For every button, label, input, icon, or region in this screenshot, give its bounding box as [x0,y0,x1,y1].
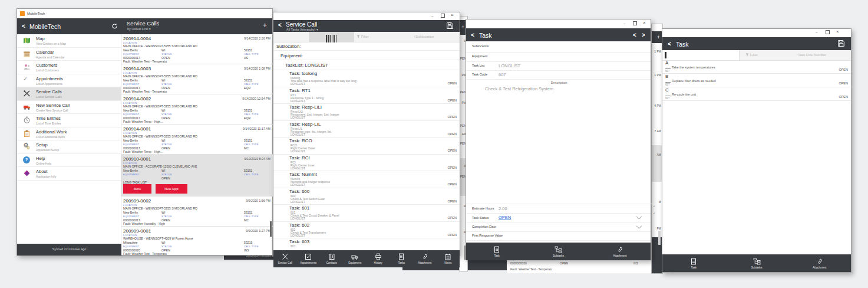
close-button[interactable]: × [451,14,454,17]
save-icon[interactable] [837,40,845,47]
toolbar-item-equipment[interactable]: Equipment [344,253,367,264]
panel-sort-selector[interactable]: by Oldest First ▾ [127,27,151,31]
task-row[interactable]: Task: RCI RCI Right Center Inner LONGLIS… [273,155,460,172]
toolbar-item-attachment[interactable]: Attachment [589,246,651,257]
service-call-row[interactable]: 200909-0001 9/9/2020 1:27 PM LOCATION WA… [121,227,273,256]
maximize-button[interactable] [441,14,445,18]
toolbar-item-appointments[interactable]: Appointments [297,253,321,264]
save-icon[interactable] [446,22,454,30]
task-row[interactable]: Task: NumInt NumInt Numeric and Integer … [273,171,460,188]
maximize-button[interactable] [826,30,830,34]
add-icon[interactable]: + [461,24,464,30]
barcode-segment[interactable] [309,32,354,42]
nav-next-icon[interactable]: > [642,32,645,38]
add-icon[interactable]: + [657,34,660,40]
service-call-row[interactable]: 200914-0001 9/14/2020 11:17 AM LOCATION … [121,125,273,155]
field-task-code[interactable]: Task Code 607 [466,70,651,80]
sidebar-item-customers[interactable]: Customers List of Customers [17,61,121,74]
field-first-response[interactable]: First Response Value [466,231,651,241]
new-appt-button[interactable]: New Appt [156,184,187,194]
hierarchy-row-sublocation[interactable]: Sublocation: [273,42,460,51]
sidebar-item-calendar[interactable]: Calendar Agenda and Calendar [17,48,121,61]
task-row[interactable]: Task: RT1 RT1 Response Type 1 - String L… [273,87,460,104]
task-status-link[interactable]: OPEN [499,215,511,220]
field-equipment[interactable]: Equipment [466,52,651,62]
close-button[interactable]: × [836,30,839,34]
window-titlebar[interactable]: – × [466,19,651,28]
field-task-list[interactable]: Task List LONGLIST [466,61,651,71]
task-row[interactable]: Task: Resp-LIL Resp-LIL Response type: l… [273,121,460,138]
scrollbar-thumb[interactable] [658,231,661,245]
subtask-row[interactable]: C Re-cycle the unit 607 OPEN [662,87,851,101]
field-estimate-hours[interactable]: Estimate Hours 2.00 [466,204,651,214]
maximize-button[interactable] [633,21,637,25]
field-sublocation[interactable]: Sublocation [466,41,651,53]
service-call-row[interactable]: 200909-0002 9/9/2020 1:56 PM LOCATION MA… [121,197,273,227]
task-row[interactable]: Task: 601 601 Check & Test Circuit Break… [273,205,460,222]
task-row[interactable]: Task: 603 603 [273,238,460,250]
toolbar-item-task[interactable]: Task [662,258,725,269]
filter-button[interactable]: Filter [357,35,369,38]
sort-button[interactable]: ↑Task Line Number [796,53,826,57]
field-description[interactable]: Description Check & Test Refrigeration S… [466,79,652,204]
close-button[interactable]: × [643,21,646,25]
task-row[interactable]: Task: RCO RCO Right Center Outer LONGLIS… [273,138,460,155]
minimize-button[interactable]: – [816,31,817,34]
view-selector[interactable]: All Tasks (hierarchy) ▾ [286,28,318,31]
more-button[interactable]: More [123,184,151,194]
back-chevron-icon[interactable]: < [668,40,671,47]
subtask-row[interactable]: A Take the system temperatures 607 OPEN [662,60,851,74]
toolbar-item-notes[interactable]: Notes [437,253,460,264]
nav-prev-icon[interactable]: < [633,32,636,38]
window-titlebar[interactable]: – × [273,12,460,20]
add-service-call-icon[interactable]: + [263,21,267,30]
service-call-row[interactable]: 200914-0002 9/14/2020 12:54 PM LOCATION … [121,94,273,125]
sidebar-item-time-entries[interactable]: Time Entries List of Time Entries [17,114,121,127]
hierarchy-row-equipment[interactable]: Equipment: [273,51,460,60]
subtask-row[interactable]: B Replace filter driers as needed 607 OP… [662,74,851,87]
task-row[interactable]: Task: 600 600 Check & Test Switch Gear L… [273,188,460,205]
task-row[interactable]: Task: toolong toolong This task has a re… [273,70,460,87]
filter-button[interactable]: Filter [745,53,758,57]
service-call-row[interactable]: 200914-0003 9/14/2020 1:08 PM LOCATION M… [121,64,273,94]
back-chevron-icon[interactable]: < [278,22,282,28]
toolbar-item-subtasks[interactable]: Subtasks [527,246,589,257]
field-task-status[interactable]: Task Status OPEN [466,213,651,223]
toolbar-item-history[interactable]: History [367,253,390,264]
search-input[interactable] [662,50,740,60]
task-row[interactable]: Task: 602 602 Check & Test Transformers … [273,222,460,239]
sidebar-item-help[interactable]: ? Help Online Help [17,154,121,168]
minimize-button[interactable]: – [623,22,625,25]
window-titlebar[interactable]: – × [662,29,851,37]
service-call-state: WI [161,211,165,214]
sidebar-item-setup[interactable]: ⚙⚙ Setup Application Setup [17,140,121,154]
minimize-button[interactable]: – [431,14,433,18]
sidebar-item-new-service-call[interactable]: New Service Call Create New Service Call [17,101,121,114]
back-chevron-icon[interactable]: < [22,22,25,30]
task-row[interactable]: Task: Resp-LiLi Resp-LiLi Responses: Lis… [273,104,460,121]
toolbar-item-task[interactable]: Task [466,246,527,257]
toolbar-item-subtasks[interactable]: Subtasks [725,258,788,269]
hierarchy-row-tasklist[interactable]: TaskList: LONGLIST [273,60,460,70]
toolbar-item-service-call[interactable]: Service Call [273,253,297,264]
sidebar-item-service-calls[interactable]: Service Calls List of Service Calls [17,87,121,101]
sort-button[interactable]: ↑Sublocation [414,35,434,38]
scrollbar-thumb[interactable] [270,221,272,237]
service-call-row[interactable]: 200910-0001 9/10/2020 8:24 AM LOCATION M… [121,155,273,197]
toolbar-item-attachment[interactable]: Attachment [788,258,851,269]
app-header-title[interactable]: MobileTech [29,23,61,30]
service-call-row[interactable]: 200914-0004 9/14/2020 2:26 PM LOCATION M… [121,34,273,64]
chevron-down-icon[interactable] [636,215,642,220]
toolbar-item-contacts[interactable]: Contacts [320,253,344,264]
sidebar-item-about[interactable]: About Application Info [17,167,121,181]
back-chevron-icon[interactable]: < [471,31,474,38]
refresh-icon[interactable] [111,23,118,30]
sidebar-item-additional-work[interactable]: Additional Work List of Additional Work [17,127,121,141]
sidebar-item-map[interactable]: Map View Entities on a Map [17,34,121,48]
window-titlebar[interactable]: MobileTech [17,9,272,18]
toolbar-item-tasks[interactable]: Tasks [390,253,414,264]
toolbar-item-attachment[interactable]: Attachment [413,253,437,264]
sidebar-item-appointments[interactable]: ✓ Appointments List of Appointments [17,74,121,88]
chevron-down-icon[interactable] [636,225,642,230]
field-completion-date[interactable]: Completion Date [466,222,651,232]
